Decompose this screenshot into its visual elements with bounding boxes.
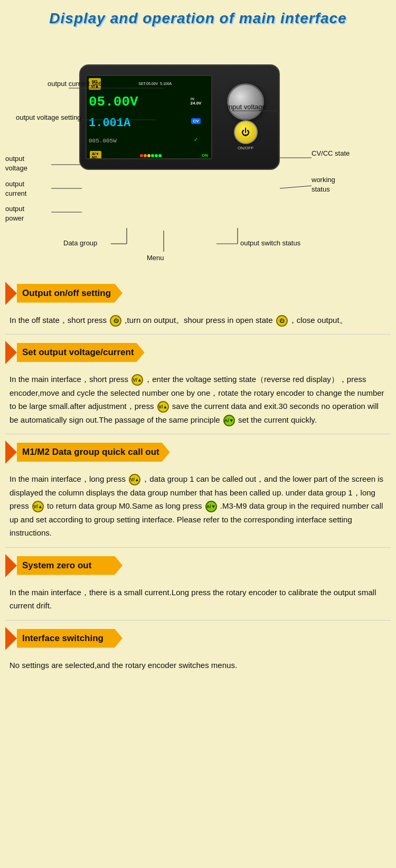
section-arrow-1 <box>5 282 17 305</box>
section-title-data-group: M1/M2 Data group quick call out <box>17 443 170 462</box>
divider-2 <box>5 434 391 434</box>
section-body-set-voltage: In the main interface，short press V/▲，en… <box>0 368 396 432</box>
divider-3 <box>5 547 391 548</box>
va-btn-icon-2: V/▲ <box>157 401 169 413</box>
section-set-voltage-header: Set output voltage/current <box>5 341 391 364</box>
diagram-area: M1V/▲ SET:05.00V 5.100A 05.00V 1.001A 00… <box>0 33 396 275</box>
section-arrow-3 <box>5 441 17 464</box>
power-button: ⏻ <box>234 120 258 144</box>
power-btn-icon-2: ⏻ <box>276 315 288 327</box>
label-output-power: outputpower <box>5 204 24 223</box>
va-btn-icon-3: V/▲ <box>129 474 140 485</box>
label-output-current-setting: output current setting <box>48 79 112 89</box>
section-data-group-header: M1/M2 Data group quick call out <box>5 441 391 464</box>
svg-line-7 <box>280 186 312 188</box>
label-input-voltage: input voltage <box>227 102 266 112</box>
label-cv-cc-state: CV/CC state <box>312 149 350 158</box>
section-title-interface-switching: Interface switching <box>17 629 122 648</box>
label-menu: Menu <box>147 253 164 263</box>
on-label: ON <box>202 153 208 158</box>
cv-badge: CV <box>191 118 200 124</box>
va-btn-icon-4: V/▲ <box>32 501 44 512</box>
in-value: 24.0V <box>191 101 202 106</box>
label-working-status: workingstatus <box>312 175 335 194</box>
section-arrow-2 <box>5 341 17 364</box>
power-display: 005.005W <box>89 138 183 144</box>
label-output-switch-status: output switch status <box>240 239 300 248</box>
section-title-output-onoff: Output on/off setting <box>17 284 122 303</box>
section-interface-switching-header: Interface switching <box>5 627 391 650</box>
av-btn-icon-1: A/▼ <box>223 415 235 426</box>
set-label: SET:05.00V 5.100A <box>102 82 208 85</box>
in-label: IN: <box>191 97 202 101</box>
check-icon: ✓ <box>194 137 198 142</box>
label-output-voltage: outputvoltage <box>5 154 27 173</box>
section-arrow-5 <box>5 627 17 650</box>
section-title-system-zero: System zero out <box>17 556 122 575</box>
divider-4 <box>5 620 391 621</box>
section-output-onoff-header: Output on/off setting <box>5 282 391 305</box>
av-btn-icon-2: A/▼ <box>205 501 217 512</box>
m2-button: A/▼M2 <box>90 151 101 159</box>
label-output-voltage-setting: output voltage setting <box>16 113 81 122</box>
io-indicator <box>140 154 162 157</box>
section-body-interface-switching: No settings are selected,and the rotary … <box>0 654 396 678</box>
section-body-output-onoff: In the off state，short press ⏻ ,turn on … <box>0 309 396 332</box>
device-right: ⏻ ON/OFF <box>218 78 274 156</box>
section-body-data-group: In the main interface，long press V/▲，dat… <box>0 468 396 545</box>
section-arrow-4 <box>5 554 17 577</box>
voltage-display: 05.00V <box>89 95 183 109</box>
section-title-set-voltage: Set output voltage/current <box>17 343 145 362</box>
page-title: Display and operation of main interface <box>0 0 396 33</box>
power-btn-icon-1: ⏻ <box>110 315 121 327</box>
va-btn-icon-1: V/▲ <box>131 374 143 386</box>
on-off-label: ON/OFF <box>238 146 253 150</box>
label-data-group: Data group <box>63 239 97 248</box>
section-system-zero-header: System zero out <box>5 554 391 577</box>
divider-1 <box>5 334 391 335</box>
current-display: 1.001A <box>89 118 183 129</box>
label-output-current: outputcurrent <box>5 179 26 198</box>
section-body-system-zero: In the main interface，there is a small c… <box>0 581 396 618</box>
